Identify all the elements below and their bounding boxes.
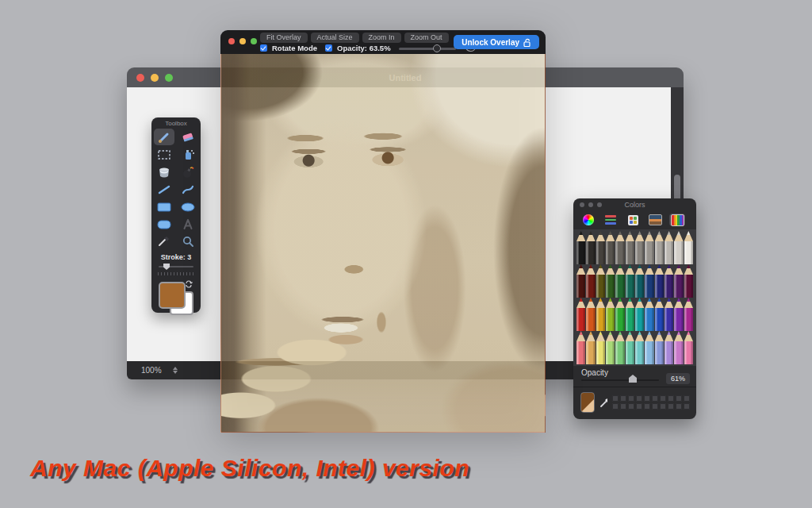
pencil-color[interactable]	[665, 231, 673, 264]
pencil-color[interactable]	[684, 331, 693, 364]
tool-select[interactable]	[154, 146, 174, 163]
unlock-overlay-button[interactable]: Unlock Overlay	[454, 35, 539, 49]
opacity-checkbox[interactable]	[325, 44, 332, 52]
colors-titlebar[interactable]: Colors	[573, 198, 696, 211]
pencil-color[interactable]	[645, 231, 653, 264]
stroke-slider-thumb[interactable]	[163, 264, 170, 270]
overlay-image[interactable]	[220, 54, 546, 433]
swatch-cell[interactable]	[684, 403, 690, 410]
pencil-color[interactable]	[576, 298, 585, 331]
swatch-cell[interactable]	[612, 403, 619, 410]
swatch-cell[interactable]	[620, 395, 626, 402]
pencil-color[interactable]	[596, 231, 605, 264]
swatch-cell[interactable]	[644, 403, 650, 410]
pencil-color[interactable]	[645, 264, 653, 298]
pencil-color[interactable]	[674, 264, 683, 298]
pencil-color[interactable]	[665, 298, 673, 331]
pencil-color[interactable]	[635, 231, 644, 264]
pencil-color[interactable]	[606, 298, 615, 331]
fit-overlay-button[interactable]: Fit Overlay	[260, 33, 308, 43]
swap-colors-icon[interactable]	[185, 280, 193, 288]
tab-color-wheel[interactable]	[580, 214, 596, 226]
tool-fill[interactable]	[154, 164, 174, 180]
pencil-color[interactable]	[684, 231, 693, 264]
rotate-mode-checkbox[interactable]	[260, 44, 267, 52]
tool-spray[interactable]	[178, 146, 198, 163]
opacity-slider[interactable]	[399, 44, 456, 52]
pencil-color[interactable]	[606, 331, 615, 364]
pencil-color[interactable]	[626, 331, 634, 364]
pencil-color[interactable]	[645, 331, 653, 364]
zoom-stepper[interactable]	[173, 367, 178, 374]
tool-ellipse[interactable]	[178, 198, 198, 215]
swatch-cell[interactable]	[676, 395, 682, 402]
pencil-color[interactable]	[615, 331, 624, 364]
swatch-cell[interactable]	[668, 403, 674, 410]
tool-paintbrush[interactable]	[154, 129, 174, 145]
pencil-color[interactable]	[576, 231, 585, 264]
overlay-minimize-button[interactable]	[239, 38, 246, 44]
pencil-color[interactable]	[645, 298, 653, 331]
foreground-color-swatch[interactable]	[159, 282, 186, 309]
pencil-color[interactable]	[665, 264, 673, 298]
overlay-zoom-button[interactable]	[251, 38, 257, 44]
pencil-color[interactable]	[576, 331, 585, 364]
tab-image-palettes[interactable]	[647, 214, 663, 226]
pencil-color[interactable]	[655, 264, 664, 298]
pencil-color[interactable]	[674, 331, 683, 364]
swatch-cell[interactable]	[612, 395, 619, 402]
swatch-cell[interactable]	[636, 395, 642, 402]
colors-opacity-thumb[interactable]	[629, 375, 637, 383]
overlay-toolbar[interactable]: Fit Overlay Actual Size Zoom In Zoom Out…	[220, 30, 546, 54]
pencil-color[interactable]	[596, 264, 605, 298]
swatch-cell[interactable]	[684, 395, 690, 402]
pencil-color[interactable]	[606, 231, 615, 264]
swatch-cell[interactable]	[628, 395, 634, 402]
pencil-color[interactable]	[615, 264, 624, 298]
tool-rounded-rectangle[interactable]	[154, 216, 174, 233]
swatch-cell[interactable]	[644, 395, 650, 402]
pencil-color[interactable]	[635, 264, 644, 298]
current-color-well[interactable]	[580, 392, 595, 413]
swatch-cell[interactable]	[660, 395, 666, 402]
swatch-cell[interactable]	[660, 403, 666, 410]
saved-swatches-grid[interactable]	[612, 395, 690, 410]
overlay-close-button[interactable]	[228, 38, 235, 44]
tab-color-sliders[interactable]	[603, 214, 619, 226]
swatch-cell[interactable]	[676, 403, 682, 410]
pencil-color[interactable]	[586, 331, 595, 364]
pencil-color[interactable]	[635, 298, 644, 331]
pencil-color[interactable]	[655, 298, 664, 331]
tool-line[interactable]	[154, 181, 174, 198]
pencil-color[interactable]	[626, 264, 634, 298]
tab-pencils[interactable]	[669, 214, 685, 226]
tool-eraser[interactable]	[178, 129, 198, 145]
tool-curve[interactable]	[178, 181, 198, 198]
color-eyedropper-icon[interactable]	[599, 397, 607, 408]
pencil-color[interactable]	[635, 331, 644, 364]
pencil-color[interactable]	[596, 298, 605, 331]
pencil-color[interactable]	[586, 264, 595, 298]
pencil-color[interactable]	[615, 231, 624, 264]
opacity-slider-thumb[interactable]	[433, 44, 441, 52]
pencil-color[interactable]	[596, 331, 605, 364]
pencil-color[interactable]	[586, 231, 595, 264]
swatch-cell[interactable]	[620, 403, 626, 410]
pencil-color[interactable]	[606, 264, 615, 298]
swatch-cell[interactable]	[628, 403, 634, 410]
tool-rectangle[interactable]	[154, 198, 174, 215]
actual-size-button[interactable]: Actual Size	[311, 33, 359, 43]
tool-zoom[interactable]	[178, 233, 198, 250]
pencil-color[interactable]	[655, 331, 664, 364]
swatch-cell[interactable]	[652, 403, 658, 410]
tool-eyedropper[interactable]	[154, 233, 174, 250]
pencil-color[interactable]	[655, 231, 664, 264]
pencil-color[interactable]	[626, 298, 634, 331]
tab-color-palettes[interactable]	[625, 214, 641, 226]
stroke-slider[interactable]	[159, 264, 193, 271]
pencil-color[interactable]	[665, 331, 673, 364]
pencil-color[interactable]	[626, 231, 634, 264]
pencil-color[interactable]	[674, 298, 683, 331]
swatch-cell[interactable]	[636, 403, 642, 410]
pencil-color[interactable]	[576, 264, 585, 298]
